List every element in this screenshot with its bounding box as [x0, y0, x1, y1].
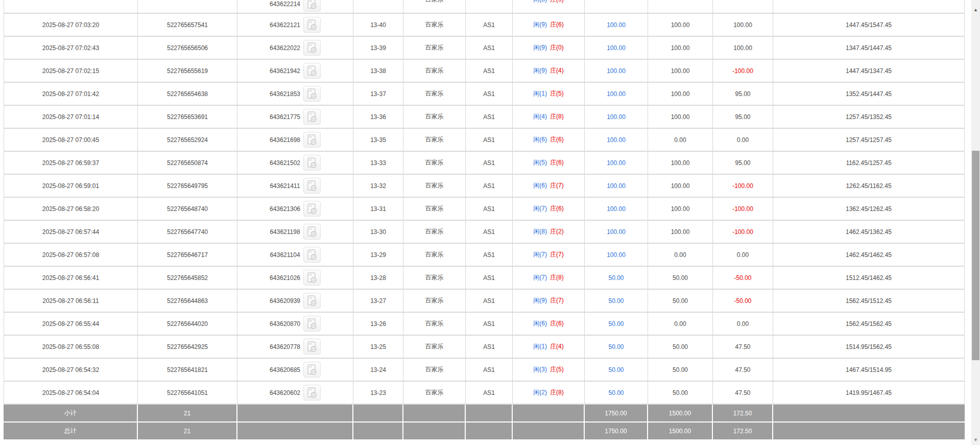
bet-serial: 522765642925: [167, 343, 208, 350]
video-replay-button[interactable]: [303, 109, 321, 125]
game-no: 643621853: [270, 90, 300, 98]
video-replay-button[interactable]: [303, 247, 321, 263]
bet-amount-link[interactable]: 100.00: [607, 21, 626, 29]
result-player: 闲(9): [533, 296, 547, 305]
cell-round: 13-39: [353, 37, 403, 59]
bet-amount-link[interactable]: 100.00: [607, 182, 626, 190]
bet-amount-link[interactable]: 100.00: [607, 228, 626, 236]
cell-serial: 522765656506: [138, 37, 237, 59]
table-code: AS1: [483, 67, 495, 75]
cell-game-no: 643621775: [237, 106, 353, 128]
round-no: 13-26: [370, 320, 386, 327]
cell-table: AS1: [466, 313, 513, 335]
result-player: 闲(1): [533, 342, 547, 351]
round-no: 13-29: [370, 251, 386, 259]
cell-win-loss: -50.00: [713, 290, 773, 312]
result-banker: 庄(6): [550, 319, 564, 328]
table-row: 2025-08-27 06:54:04 522765641051 6436206…: [4, 382, 965, 405]
bet-time: 2025-08-27 07:02:15: [42, 67, 99, 75]
video-replay-button[interactable]: [303, 40, 321, 56]
game-no: 643621502: [270, 159, 300, 167]
video-replay-button[interactable]: [303, 293, 321, 309]
scrollbar-thumb[interactable]: [972, 151, 979, 360]
balance: 1514.95/1562.45: [846, 343, 892, 350]
cell-balance: 1162.45/1257.45: [773, 152, 965, 174]
cell-balance: [773, 0, 965, 13]
cell-result: 闲(4) 庄(8): [513, 106, 585, 128]
bet-amount-link[interactable]: 50.00: [608, 297, 624, 305]
result-player-fragment: 闲(8): [533, 0, 547, 4]
bet-amount-link[interactable]: 100.00: [607, 113, 626, 121]
video-replay-button[interactable]: [303, 155, 321, 171]
bet-serial: 522765654638: [167, 90, 208, 98]
video-replay-button[interactable]: [303, 362, 321, 378]
video-replay-button[interactable]: [303, 132, 321, 148]
round-no: 13-38: [370, 67, 386, 75]
video-replay-icon: [307, 88, 317, 100]
result-banker: 庄(7): [550, 296, 564, 305]
win-loss: 100.00: [733, 21, 752, 29]
video-replay-button[interactable]: [303, 63, 321, 79]
bet-amount-link[interactable]: 50.00: [608, 389, 624, 396]
cell-win-loss: -100.00: [713, 60, 773, 82]
table-code: AS1: [483, 297, 495, 305]
cell-game-no: 643621411: [237, 175, 353, 197]
cell-result: 闲(7) 庄(6): [513, 198, 585, 220]
bet-amount-link[interactable]: 100.00: [607, 251, 626, 259]
video-replay-button[interactable]: [303, 201, 321, 217]
bet-amount-link[interactable]: 100.00: [607, 136, 626, 144]
valid-amount: 100.00: [671, 182, 690, 190]
table-code: AS1: [483, 136, 495, 144]
cell-game-type: 百家乐: [403, 175, 466, 197]
bet-amount-link[interactable]: 50.00: [608, 274, 624, 282]
game-type: 百家乐: [425, 250, 444, 259]
cell-bet: 50.00: [585, 336, 648, 358]
bet-amount-link[interactable]: 50.00: [608, 366, 624, 373]
valid-amount: 100.00: [671, 44, 690, 52]
video-replay-button[interactable]: [303, 17, 321, 33]
bet-amount-link[interactable]: 100.00: [607, 205, 626, 213]
scroll-up-button[interactable]: ▲: [971, 5, 980, 14]
result-player: 闲(9): [533, 20, 547, 29]
bet-serial: 522765652924: [167, 136, 208, 144]
result-banker: 庄(8): [550, 388, 564, 397]
game-type: 百家乐: [425, 89, 444, 98]
table-row: 2025-08-27 06:56:41 522765645852 6436210…: [4, 267, 965, 290]
game-no: 643621942: [270, 67, 300, 75]
cell-round: 13-31: [353, 198, 403, 220]
bet-amount-link[interactable]: 100.00: [607, 159, 626, 167]
video-replay-icon: [307, 65, 317, 77]
video-replay-button[interactable]: [303, 178, 321, 194]
bet-amount-link[interactable]: 50.00: [608, 320, 624, 327]
bet-amount-link[interactable]: 100.00: [607, 67, 626, 75]
cell-win-loss: 0.00: [713, 244, 773, 266]
video-replay-button[interactable]: [303, 316, 321, 332]
balance: 1467.45/1514.95: [846, 366, 892, 373]
bet-amount-link[interactable]: 100.00: [607, 90, 626, 98]
scroll-down-button[interactable]: ▼: [971, 435, 980, 444]
cell-balance: 1419.95/1467.45: [773, 382, 965, 404]
cell-game-no: 643620778: [237, 336, 353, 358]
video-replay-icon: [307, 42, 317, 54]
cell-game-no: 643621104: [237, 244, 353, 266]
video-replay-button[interactable]: [303, 86, 321, 102]
video-replay-button[interactable]: [303, 385, 321, 401]
bet-amount-link[interactable]: 50.00: [608, 343, 624, 350]
bet-amount-link[interactable]: 100.00: [607, 44, 626, 52]
result-player: 闲(5): [533, 158, 547, 167]
video-replay-button[interactable]: [303, 224, 321, 240]
cell-game-no: 643621198: [237, 221, 353, 243]
cell-balance: 1462.45/1362.45: [773, 221, 965, 243]
valid-amount: 50.00: [673, 343, 688, 350]
video-replay-button[interactable]: [303, 0, 321, 12]
game-type-fragment: 百家乐: [425, 0, 444, 4]
video-replay-button[interactable]: [303, 270, 321, 286]
cell-win-loss: 95.00: [713, 152, 773, 174]
bet-time: 2025-08-27 07:03:20: [42, 21, 99, 29]
result-player: 闲(1): [533, 89, 547, 98]
video-replay-button[interactable]: [303, 339, 321, 355]
vertical-scrollbar[interactable]: ▲ ▼: [971, 0, 980, 445]
cell-round: 13-35: [353, 129, 403, 151]
cell-time: 2025-08-27 07:02:43: [4, 37, 138, 59]
result-player: 闲(7): [533, 204, 547, 213]
